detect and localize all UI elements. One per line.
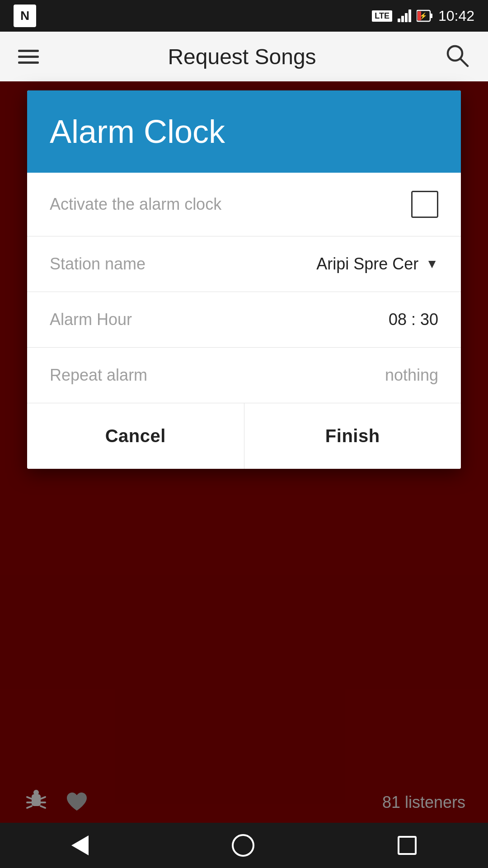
alarm-hour-row[interactable]: Alarm Hour 08 : 30: [27, 292, 461, 348]
back-icon: [71, 835, 89, 855]
status-time: 10:42: [438, 8, 474, 24]
svg-point-7: [33, 790, 39, 795]
nav-recent-button[interactable]: [398, 836, 417, 855]
lte-indicator: LTE: [372, 10, 392, 22]
cancel-button[interactable]: Cancel: [27, 403, 244, 469]
heart-icon[interactable]: [63, 789, 90, 816]
dialog-header: Alarm Clock: [27, 90, 461, 173]
svg-line-13: [41, 806, 45, 808]
search-button[interactable]: [445, 43, 470, 70]
svg-rect-1: [430, 14, 432, 18]
nav-home-button[interactable]: [232, 834, 254, 857]
station-name-row: Station name Aripi Spre Cer ▼: [27, 236, 461, 292]
svg-rect-6: [32, 794, 41, 806]
repeat-alarm-row[interactable]: Repeat alarm nothing: [27, 348, 461, 403]
alarm-clock-dialog: Alarm Clock Activate the alarm clock Sta…: [27, 90, 461, 469]
finish-button[interactable]: Finish: [244, 403, 461, 469]
bug-icon[interactable]: [23, 789, 50, 816]
repeat-alarm-value: nothing: [385, 366, 438, 385]
app-bar-title: Request Songs: [168, 44, 316, 69]
station-name-value: Aripi Spre Cer: [316, 255, 418, 274]
nav-back-button[interactable]: [71, 835, 89, 855]
status-bar-logo-container: N: [14, 5, 36, 27]
svg-line-11: [41, 797, 45, 799]
activate-alarm-row: Activate the alarm clock: [27, 173, 461, 236]
hamburger-menu-button[interactable]: [18, 50, 39, 64]
svg-line-10: [27, 806, 32, 808]
home-icon: [232, 834, 254, 857]
signal-icon: [398, 9, 411, 22]
activate-alarm-checkbox[interactable]: [411, 191, 438, 218]
svg-text:⚡: ⚡: [419, 12, 427, 20]
svg-line-5: [460, 59, 468, 66]
listeners-count: 81 listeners: [382, 793, 465, 812]
svg-line-8: [27, 797, 32, 799]
dialog-title: Alarm Clock: [50, 113, 225, 150]
recent-icon: [398, 836, 417, 855]
bottom-bar-left: [23, 789, 90, 816]
station-name-label: Station name: [50, 255, 145, 274]
station-dropdown[interactable]: Aripi Spre Cer ▼: [316, 255, 438, 274]
alarm-hour-label: Alarm Hour: [50, 310, 132, 329]
nav-bar: [0, 823, 488, 868]
status-bar-indicators: LTE ⚡ 10:42: [372, 8, 474, 24]
dialog-buttons: Cancel Finish: [27, 403, 461, 469]
bottom-bar: 81 listeners: [0, 782, 488, 823]
repeat-alarm-label: Repeat alarm: [50, 366, 147, 385]
dialog-body: Activate the alarm clock Station name Ar…: [27, 173, 461, 403]
app-logo: N: [14, 5, 36, 27]
battery-icon: ⚡: [417, 9, 433, 22]
status-bar: N LTE ⚡ 10:42: [0, 0, 488, 32]
alarm-hour-value: 08 : 30: [389, 310, 438, 329]
dropdown-arrow-icon: ▼: [426, 257, 438, 271]
search-icon: [445, 43, 470, 68]
activate-alarm-label: Activate the alarm clock: [50, 195, 221, 214]
logo-letter: N: [20, 9, 29, 23]
app-bar: Request Songs: [0, 32, 488, 81]
